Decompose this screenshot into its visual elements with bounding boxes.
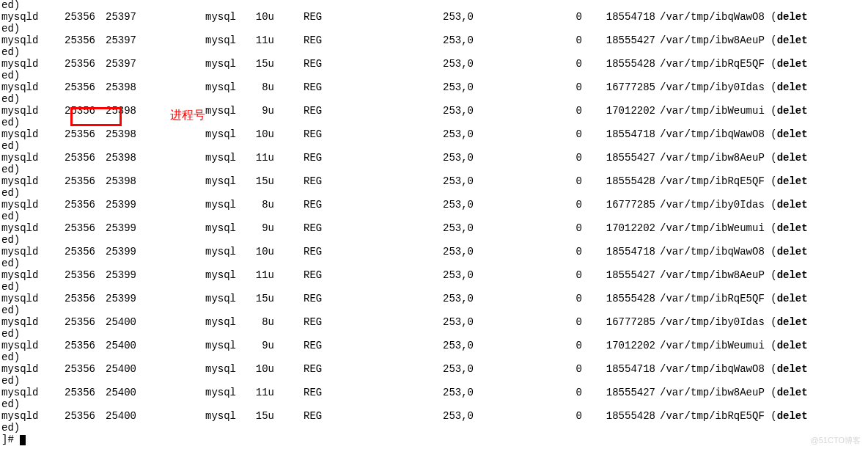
- wrap-fragment: ed): [0, 352, 868, 364]
- col-size: 0: [567, 176, 582, 187]
- lsof-row: mysqld2535625398mysql8uREG253,0016777285…: [0, 82, 868, 94]
- watermark-text: @51CTO博客: [811, 436, 861, 445]
- col-type: REG: [304, 12, 333, 23]
- col-name: /var/tmp/ibRqE5QF (delet: [655, 176, 868, 187]
- col-device: 253,0: [443, 411, 487, 422]
- col-type: REG: [304, 247, 333, 258]
- wrap-fragment: ed): [0, 282, 868, 293]
- col-type: REG: [304, 200, 333, 211]
- col-tid: 25399: [95, 270, 136, 281]
- col-name: /var/tmp/ibRqE5QF (delet: [655, 59, 868, 70]
- col-device: 253,0: [443, 340, 487, 351]
- col-size: 0: [567, 293, 582, 304]
- col-command: mysqld: [0, 82, 51, 93]
- wrap-fragment: ed): [0, 164, 868, 176]
- col-node: 18555428: [582, 293, 655, 304]
- lsof-row: mysqld2535625397mysql15uREG253,001855542…: [0, 59, 868, 70]
- col-tid: 25397: [95, 59, 136, 70]
- wrap-fragment: ed): [0, 23, 868, 35]
- col-size: 0: [567, 153, 582, 164]
- col-device: 253,0: [443, 247, 487, 258]
- col-user: mysql: [195, 35, 236, 46]
- col-fd: 10u: [236, 129, 274, 140]
- col-user: mysql: [195, 200, 236, 211]
- lsof-row: mysqld2535625398mysql9uREG253,0017012202…: [0, 106, 868, 117]
- col-name: /var/tmp/ibw8AeuP (delet: [655, 35, 868, 46]
- col-fd: 15u: [236, 293, 274, 304]
- lsof-row: mysqld2535625400mysql9uREG253,0017012202…: [0, 340, 868, 352]
- col-device: 253,0: [443, 82, 487, 93]
- wrap-fragment: ed): [0, 94, 868, 106]
- col-type: REG: [304, 129, 333, 140]
- col-command: mysqld: [0, 317, 51, 328]
- col-name: /var/tmp/ibRqE5QF (delet: [655, 293, 868, 304]
- col-tid: 25400: [95, 364, 136, 375]
- col-type: REG: [304, 223, 333, 234]
- col-node: 18554718: [582, 12, 655, 23]
- col-fd: 8u: [236, 200, 274, 211]
- col-type: REG: [304, 364, 333, 375]
- col-node: 17012202: [582, 223, 655, 234]
- col-type: REG: [304, 176, 333, 187]
- lsof-row: mysqld2535625400mysql8uREG253,0016777285…: [0, 317, 868, 329]
- col-name: /var/tmp/ibWeumui (delet: [655, 106, 868, 117]
- col-type: REG: [304, 59, 333, 70]
- col-type: REG: [304, 340, 333, 351]
- lsof-row: mysqld2535625398mysql15uREG253,001855542…: [0, 176, 868, 188]
- col-command: mysqld: [0, 387, 51, 398]
- col-size: 0: [567, 364, 582, 375]
- lsof-row: mysqld2535625399mysql9uREG253,0017012202…: [0, 223, 868, 235]
- wrap-fragment: ed): [0, 423, 868, 434]
- lsof-row: mysqld2535625400mysql11uREG253,001855542…: [0, 387, 868, 399]
- col-pid: 25356: [51, 12, 95, 23]
- col-size: 0: [567, 129, 582, 140]
- wrap-fragment: ed): [0, 211, 868, 223]
- col-fd: 8u: [236, 317, 274, 328]
- col-device: 253,0: [443, 293, 487, 304]
- col-tid: 25400: [95, 340, 136, 351]
- col-pid: 25356: [51, 317, 95, 328]
- col-name: /var/tmp/ibqWawO8 (delet: [655, 247, 868, 258]
- lsof-row: mysqld2535625399mysql10uREG253,001855471…: [0, 247, 868, 258]
- col-pid: 25356: [51, 387, 95, 398]
- col-size: 0: [567, 12, 582, 23]
- col-tid: 25400: [95, 387, 136, 398]
- col-node: 16777285: [582, 82, 655, 93]
- wrap-fragment: ed): [0, 258, 868, 270]
- col-size: 0: [567, 200, 582, 211]
- col-command: mysqld: [0, 411, 51, 422]
- lsof-row: mysqld2535625397mysql11uREG253,001855542…: [0, 35, 868, 47]
- col-fd: 10u: [236, 364, 274, 375]
- col-fd: 15u: [236, 411, 274, 422]
- wrap-fragment: ed): [0, 0, 868, 12]
- col-size: 0: [567, 247, 582, 258]
- col-user: mysql: [195, 106, 236, 117]
- col-command: mysqld: [0, 293, 51, 304]
- col-pid: 25356: [51, 106, 95, 117]
- col-tid: 25400: [95, 411, 136, 422]
- col-type: REG: [304, 293, 333, 304]
- col-size: 0: [567, 35, 582, 46]
- wrap-fragment: ed): [0, 305, 868, 317]
- col-node: 18555428: [582, 411, 655, 422]
- col-pid: 25356: [51, 293, 95, 304]
- col-user: mysql: [195, 153, 236, 164]
- lsof-row: mysqld2535625399mysql15uREG253,001855542…: [0, 293, 868, 305]
- col-user: mysql: [195, 129, 236, 140]
- col-command: mysqld: [0, 35, 51, 46]
- col-device: 253,0: [443, 153, 487, 164]
- col-tid: 25399: [95, 247, 136, 258]
- col-device: 253,0: [443, 35, 487, 46]
- col-node: 17012202: [582, 340, 655, 351]
- col-pid: 25356: [51, 364, 95, 375]
- col-pid: 25356: [51, 247, 95, 258]
- col-tid: 25399: [95, 200, 136, 211]
- col-device: 253,0: [443, 387, 487, 398]
- col-user: mysql: [195, 411, 236, 422]
- shell-prompt[interactable]: ]#: [0, 434, 868, 446]
- col-node: 18555427: [582, 387, 655, 398]
- lsof-row: mysqld2535625400mysql10uREG253,001855471…: [0, 364, 868, 376]
- col-pid: 25356: [51, 411, 95, 422]
- lsof-row: mysqld2535625400mysql15uREG253,001855542…: [0, 411, 868, 423]
- col-pid: 25356: [51, 270, 95, 281]
